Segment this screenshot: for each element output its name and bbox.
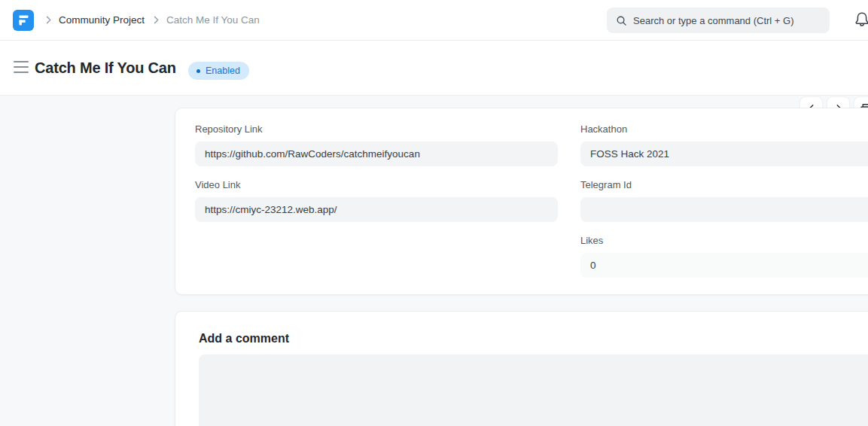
- repository-link-input[interactable]: [195, 141, 558, 166]
- navbar: Community Project Catch Me If You Can: [0, 0, 868, 41]
- breadcrumb-community-project[interactable]: Community Project: [59, 14, 145, 26]
- add-comment-heading: Add a comment: [199, 332, 289, 345]
- field-likes: Likes: [580, 235, 868, 278]
- bell-icon[interactable]: [854, 11, 868, 29]
- page-header: Catch Me If You Can Enabled: [0, 41, 868, 96]
- hackathon-label: Hackathon: [580, 123, 868, 135]
- likes-input[interactable]: [580, 253, 868, 278]
- hackathon-input[interactable]: [580, 141, 868, 166]
- telegram-id-label: Telegram Id: [580, 179, 868, 191]
- status-badge: Enabled: [188, 62, 249, 80]
- chevron-right-icon: [43, 14, 54, 26]
- telegram-id-input[interactable]: [580, 197, 868, 222]
- frappe-logo-icon[interactable]: [13, 10, 34, 31]
- sidebar-toggle-icon[interactable]: [14, 61, 29, 73]
- field-telegram-id: Telegram Id: [580, 179, 868, 222]
- status-dot-icon: [196, 69, 200, 73]
- field-video-link: Video Link: [195, 179, 558, 222]
- search-icon: [616, 15, 627, 26]
- page-title: Catch Me If You Can: [35, 59, 176, 77]
- video-link-label: Video Link: [195, 179, 558, 191]
- breadcrumb-current-doc: Catch Me If You Can: [166, 14, 260, 26]
- chevron-right-icon: [151, 14, 162, 26]
- likes-label: Likes: [580, 235, 868, 247]
- form-column-right: Hackathon Telegram Id Likes: [580, 123, 868, 291]
- field-repository-link: Repository Link: [195, 123, 558, 166]
- video-link-input[interactable]: [195, 197, 558, 222]
- document-form-card: Repository Link Video Link Hackathon Tel…: [175, 108, 868, 295]
- comment-textarea[interactable]: [199, 354, 868, 426]
- comments-card: Add a comment: [175, 311, 868, 426]
- repository-link-label: Repository Link: [195, 123, 558, 135]
- field-hackathon: Hackathon: [580, 123, 868, 166]
- search-input[interactable]: [633, 15, 806, 26]
- status-label: Enabled: [206, 65, 240, 76]
- form-column-left: Repository Link Video Link: [195, 123, 558, 235]
- global-search[interactable]: [607, 8, 830, 33]
